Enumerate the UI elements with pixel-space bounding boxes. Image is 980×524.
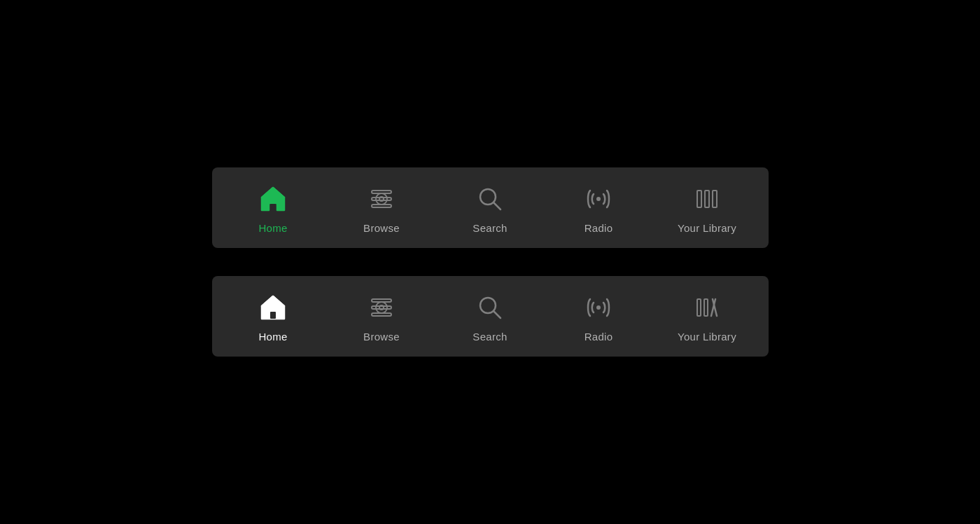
- nav-item-browse[interactable]: Browse: [340, 181, 424, 234]
- radio-label: Radio: [584, 222, 613, 234]
- home-label-2: Home: [258, 331, 287, 343]
- svg-rect-17: [372, 313, 391, 316]
- svg-rect-22: [704, 299, 708, 316]
- svg-rect-14: [372, 306, 391, 309]
- svg-rect-11: [713, 191, 717, 207]
- svg-line-7: [493, 202, 500, 209]
- nav-item-radio[interactable]: Radio: [556, 181, 640, 234]
- search-icon-2: [472, 290, 507, 325]
- radio-label-2: Radio: [584, 331, 613, 343]
- browse-icon: [364, 181, 399, 216]
- nav-item-search-2[interactable]: Search: [448, 290, 532, 343]
- browse-icon-2: [364, 290, 399, 325]
- svg-point-16: [379, 305, 384, 310]
- svg-rect-10: [705, 191, 709, 207]
- svg-rect-5: [372, 205, 391, 207]
- browse-label-2: Browse: [363, 331, 400, 343]
- radio-icon-2: [581, 290, 616, 325]
- search-label: Search: [472, 222, 507, 234]
- home-icon-2: [255, 290, 290, 325]
- nav-item-search[interactable]: Search: [448, 181, 532, 234]
- home-label: Home: [258, 222, 287, 234]
- navbar-white: Home Browse Search: [212, 276, 769, 357]
- nav-item-library-2[interactable]: Your Library: [665, 290, 749, 343]
- svg-rect-12: [270, 312, 276, 319]
- svg-point-4: [379, 197, 384, 201]
- library-icon-2: [690, 290, 724, 325]
- svg-point-8: [596, 197, 601, 201]
- radio-icon: [581, 181, 616, 216]
- library-label: Your Library: [678, 222, 736, 234]
- nav-item-home-2[interactable]: Home: [231, 290, 315, 343]
- svg-rect-0: [270, 204, 276, 210]
- nav-item-radio-2[interactable]: Radio: [556, 290, 640, 343]
- library-icon: [690, 181, 724, 216]
- browse-label: Browse: [363, 222, 400, 234]
- library-label-2: Your Library: [678, 331, 736, 343]
- svg-point-15: [376, 302, 387, 313]
- search-label-2: Search: [472, 331, 507, 343]
- svg-point-20: [596, 305, 601, 310]
- svg-rect-2: [372, 198, 391, 200]
- svg-point-3: [376, 193, 387, 205]
- svg-rect-9: [697, 191, 701, 207]
- search-icon: [472, 181, 507, 216]
- svg-line-19: [493, 311, 500, 318]
- svg-rect-21: [697, 299, 701, 316]
- nav-item-library[interactable]: Your Library: [665, 181, 749, 234]
- navbar-green: Home Browse Search: [212, 167, 769, 248]
- nav-item-browse-2[interactable]: Browse: [340, 290, 424, 343]
- home-icon: [255, 181, 290, 216]
- nav-item-home[interactable]: Home: [231, 181, 315, 234]
